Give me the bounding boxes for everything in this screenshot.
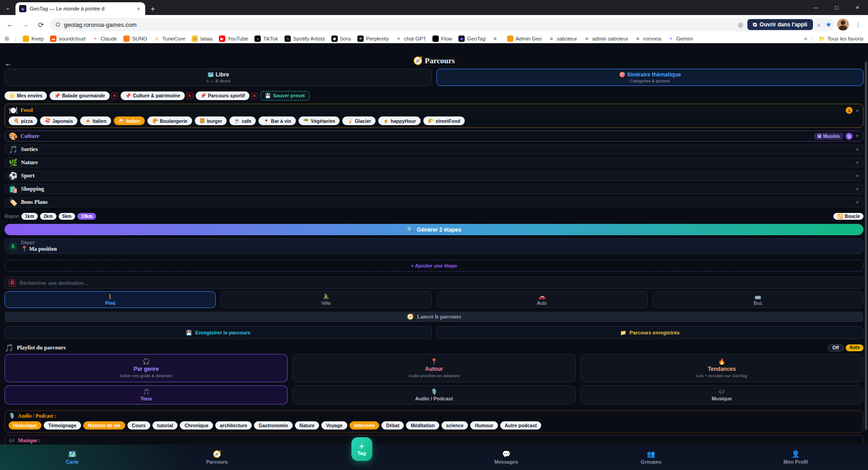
food-chip[interactable]: 🍦 Glacier bbox=[342, 116, 376, 125]
food-chip[interactable]: 🍕 pizza bbox=[9, 116, 37, 125]
bookmark-item[interactable]: ▶ YouTube bbox=[219, 35, 248, 42]
save-route-button[interactable]: 💾 Enregistrer le parcours bbox=[5, 326, 432, 339]
culture-section[interactable]: 🎨 Culture 🏛 Musées 1 ▼ bbox=[5, 131, 863, 142]
open-in-app-button[interactable]: ⧉ Ouvrir dans l'appli bbox=[747, 19, 812, 30]
bookmark-item[interactable]: SUNO bbox=[123, 35, 147, 42]
podcast-genre-chip[interactable]: architecture bbox=[215, 421, 252, 430]
launch-route-button[interactable]: 🧭 Lancer le parcours bbox=[5, 312, 863, 322]
saved-routes-button[interactable]: 📁 Parcours enregistrés bbox=[437, 326, 864, 339]
food-chip[interactable]: 🍛 Indien bbox=[114, 116, 145, 125]
bookmark-item[interactable]: ⊕ saboteur bbox=[548, 35, 577, 42]
preset-mes-envies[interactable]: 🌟 Mes envies bbox=[5, 91, 47, 100]
url-text[interactable]: geotag.roronoa-games.com bbox=[64, 21, 734, 28]
bookmark-item[interactable]: ☁ soundcloud bbox=[50, 35, 86, 42]
radius-option[interactable]: 5km bbox=[59, 213, 75, 220]
category-row[interactable]: 🌿 Nature ▼ bbox=[5, 157, 863, 168]
tab-libre[interactable]: 🗺️ Libre A → B direct bbox=[5, 69, 432, 86]
playlist-off-toggle[interactable]: Off bbox=[828, 344, 843, 351]
food-chip[interactable]: 🍣 Japonais bbox=[40, 116, 78, 125]
podcast-genre-chip[interactable]: Témoignage bbox=[44, 421, 81, 430]
bookmark-item[interactable]: Keep bbox=[23, 35, 44, 42]
food-header[interactable]: 🍽️ Food 1 ▲ bbox=[9, 106, 859, 115]
bookmark-item[interactable]: ◎ TuneCore bbox=[153, 35, 185, 42]
playlist-mode-card[interactable]: 🎧 Par genre Selon vos goûts & itinéraire bbox=[5, 354, 288, 382]
chevron-down-icon[interactable]: ▼ bbox=[855, 174, 859, 178]
radius-option[interactable]: 2km bbox=[40, 213, 56, 220]
depart-card[interactable]: A Départ 📍 Ma position bbox=[5, 238, 863, 254]
playlist-filter-button[interactable]: 🎙️ Audio / Podcast bbox=[292, 385, 575, 404]
transport-mode-button[interactable]: 🚗 Auto bbox=[437, 291, 648, 308]
podcast-genre-chip[interactable]: Chronique bbox=[180, 421, 213, 430]
playlist-filter-button[interactable]: 🎵 Tous bbox=[5, 385, 288, 404]
chevron-down-icon[interactable]: ▼ bbox=[855, 200, 859, 205]
podcast-genre-chip[interactable]: Humour bbox=[470, 421, 497, 430]
bookmark-item[interactable]: ◆ GeoTag bbox=[458, 35, 485, 42]
apps-grid-icon[interactable]: ⊞ bbox=[5, 35, 9, 42]
food-chip[interactable]: 🍝 Italien bbox=[80, 116, 111, 125]
radius-option[interactable]: 1km bbox=[21, 213, 38, 220]
page-scrollbar[interactable] bbox=[865, 61, 867, 430]
chevron-up-icon[interactable]: ▲ bbox=[855, 108, 859, 112]
close-button[interactable]: ✕ bbox=[847, 0, 868, 15]
podcast-genre-chip[interactable]: Débat bbox=[381, 421, 404, 430]
add-step-button[interactable]: + Ajouter une étape bbox=[5, 260, 863, 272]
save-preset-button[interactable]: 💾 Sauver preset bbox=[260, 91, 310, 101]
food-chip[interactable]: 🥐 Boulangerie bbox=[147, 116, 192, 125]
chevron-down-icon[interactable]: ▼ bbox=[855, 187, 859, 192]
bookmark-item[interactable]: ✳ Claude bbox=[92, 35, 117, 42]
bookmark-item[interactable]: ∿ Spotify Artists bbox=[284, 35, 325, 42]
chevron-down-icon[interactable]: ▼ bbox=[855, 134, 859, 138]
reload-icon[interactable]: ⟳ bbox=[35, 18, 47, 31]
maximize-button[interactable]: ▢ bbox=[826, 0, 847, 15]
transport-mode-button[interactable]: 🚌 Bus bbox=[652, 291, 863, 308]
bookmark-item[interactable]: ✳ Perplexity bbox=[357, 35, 389, 42]
remove-preset-icon[interactable]: × bbox=[186, 92, 193, 99]
bookmark-star-icon[interactable]: ★ bbox=[826, 20, 832, 29]
playlist-filter-button[interactable]: 🎶 Musique bbox=[580, 385, 863, 404]
bookmark-item[interactable]: ⊕ admin saboteur bbox=[584, 35, 628, 42]
bookmark-item[interactable]: ❋ chat GPT bbox=[396, 35, 426, 42]
transport-mode-button[interactable]: 🚴 Vélo bbox=[220, 291, 431, 308]
preset-chip[interactable]: 📌Culture & patrimoine × bbox=[121, 91, 193, 100]
bookmark-item[interactable]: ⊕ roronoa bbox=[635, 35, 661, 42]
food-chip[interactable]: 🍷 Bar à vin bbox=[259, 116, 295, 125]
podcast-genre-chip[interactable]: science bbox=[442, 421, 468, 430]
podcast-genre-chip[interactable]: Gastronomie bbox=[254, 421, 293, 430]
back-icon[interactable]: ← bbox=[4, 18, 16, 31]
podcast-genre-chip[interactable]: Cours bbox=[127, 421, 150, 430]
playlist-mode-card[interactable]: 📍 Autour Audio proches en aléatoire bbox=[292, 354, 575, 382]
tag-fab-button[interactable]: + Tag bbox=[351, 437, 372, 461]
podcast-genre-chip[interactable]: tutorial bbox=[152, 421, 178, 430]
food-chip[interactable]: ☕ cafe bbox=[229, 116, 256, 125]
nav-parcours[interactable]: 🧭 Parcours bbox=[145, 445, 289, 470]
minimize-button[interactable]: — bbox=[805, 0, 826, 15]
tab-search-icon[interactable]: ⌄ bbox=[0, 0, 15, 15]
site-settings-icon[interactable]: ⛭ bbox=[56, 21, 60, 28]
podcast-genre-chip[interactable]: Voyage bbox=[321, 421, 347, 430]
food-chip[interactable]: 🍔 burger bbox=[195, 116, 227, 125]
bookmark-item[interactable]: Admin Geo bbox=[507, 35, 542, 42]
nav-messages[interactable]: 💬 Messages bbox=[434, 445, 579, 470]
radius-option[interactable]: 10km bbox=[77, 213, 96, 220]
nav-mon-profil[interactable]: 👤 Mon Profil bbox=[723, 445, 868, 470]
loop-toggle[interactable]: 🔁 Boucle bbox=[833, 213, 863, 220]
forward-icon[interactable]: → bbox=[19, 18, 32, 31]
bookmark-item[interactable]: ♪ TikTok bbox=[254, 35, 278, 42]
tab-close-icon[interactable]: × bbox=[135, 5, 142, 12]
category-row[interactable]: 🏷️ Bons Plans ▼ bbox=[5, 197, 863, 207]
browser-tab[interactable]: ◆ GeoTag — Le monde à portée d × bbox=[15, 2, 145, 15]
chevron-down-icon[interactable]: ▼ bbox=[855, 147, 859, 152]
tab-itineraire-thematique[interactable]: 🎯 Itinéraire thématique Catégories & pre… bbox=[437, 69, 864, 86]
food-chip[interactable]: 🍺 happyHour bbox=[378, 116, 421, 125]
all-bookmarks-folder[interactable]: 📁 Tous les favoris bbox=[818, 35, 863, 42]
podcast-genre-chip[interactable]: Nature bbox=[295, 421, 319, 430]
podcast-genre-chip[interactable]: Méditation bbox=[406, 421, 439, 430]
playlist-auto-toggle[interactable]: Auto bbox=[846, 344, 863, 351]
bookmarks-overflow-icon[interactable]: » bbox=[804, 35, 807, 42]
food-chip[interactable]: 🌮 streetFood bbox=[423, 116, 465, 125]
page-back-arrow[interactable]: ← bbox=[5, 60, 12, 68]
bookmark-item[interactable]: ⊕ bbox=[492, 35, 501, 42]
category-row[interactable]: ⚽ Sport ▼ bbox=[5, 171, 863, 181]
preset-chip[interactable]: 📌Balade gourmande × bbox=[50, 91, 118, 100]
category-row[interactable]: 🛍️ Shopping ▼ bbox=[5, 184, 863, 194]
